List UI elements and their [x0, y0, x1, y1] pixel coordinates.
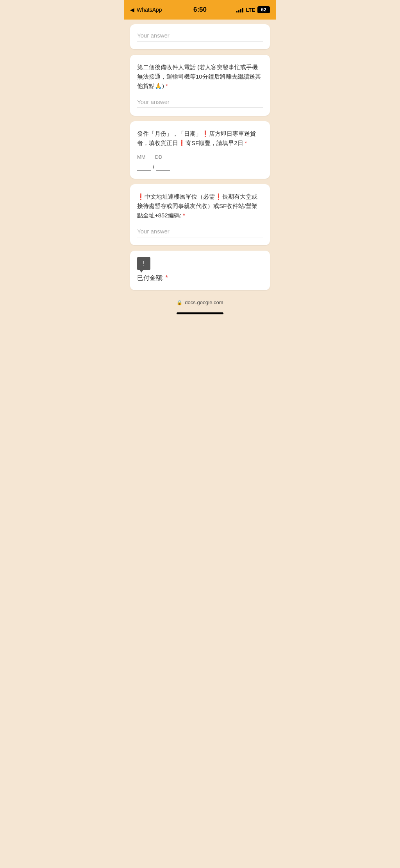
first-answer-input[interactable] [137, 30, 263, 41]
bottom-bar: 🔒 docs.google.com [124, 296, 276, 308]
date-question: 發件「月份」，「日期」❗店方即日專車送貨者，填收貨正日❗寄SF順豐，請填早2日* [137, 129, 263, 148]
status-bar-right: LTE 62 [236, 6, 270, 13]
required-star-date: * [245, 140, 247, 146]
status-bar-time: 6:50 [193, 6, 207, 14]
date-separator: / [153, 163, 154, 170]
required-star-amount: * [165, 274, 168, 281]
back-label[interactable]: WhatsApp [137, 7, 162, 13]
card-amount: ! 已付金額:* [130, 251, 270, 290]
battery-indicator: 62 [257, 6, 270, 13]
month-input[interactable] [137, 162, 151, 171]
date-input-row: / [137, 162, 263, 171]
main-content: 第二個後備收件人電話 (若人客突發事忙或手機無法接通，運輸司機等10分鐘后將離去… [124, 20, 276, 295]
card-backup-phone: 第二個後備收件人電話 (若人客突發事忙或手機無法接通，運輸司機等10分鐘后將離去… [130, 55, 270, 116]
required-star-address: * [183, 212, 185, 219]
signal-bars-icon [236, 7, 243, 13]
home-indicator [124, 308, 276, 317]
back-arrow-icon: ◀ [130, 7, 134, 13]
status-bar: ◀ WhatsApp 6:50 LTE 62 [124, 0, 276, 20]
home-bar [177, 312, 223, 314]
status-bar-left: ◀ WhatsApp [130, 7, 162, 13]
card-date: 發件「月份」，「日期」❗店方即日專車送貨者，填收貨正日❗寄SF順豐，請填早2日*… [130, 121, 270, 179]
backup-phone-input[interactable] [137, 97, 263, 108]
day-input[interactable] [156, 162, 170, 171]
required-star: * [166, 82, 168, 89]
url-text: docs.google.com [185, 299, 223, 305]
dd-label: DD [155, 154, 162, 160]
mm-label: MM [137, 154, 146, 160]
lock-icon: 🔒 [177, 300, 182, 305]
card-address: ❗中文地址連樓層單位（必需❗長期有大堂或接待處暫存或同事親友代收）或SF收件站/… [130, 184, 270, 245]
card-first-partial [130, 24, 270, 49]
amount-label-row: 已付金額:* [137, 274, 263, 282]
lte-label: LTE [246, 7, 255, 13]
address-input[interactable] [137, 226, 263, 237]
backup-phone-question: 第二個後備收件人電話 (若人客突發事忙或手機無法接通，運輸司機等10分鐘后將離去… [137, 63, 263, 91]
feedback-exclamation: ! [143, 260, 145, 267]
address-question: ❗中文地址連樓層單位（必需❗長期有大堂或接待處暫存或同事親友代收）或SF收件站/… [137, 192, 263, 220]
amount-label: 已付金額: [137, 274, 164, 281]
feedback-icon: ! [137, 257, 150, 270]
battery-level: 62 [261, 7, 266, 13]
date-label-row: MM DD [137, 154, 263, 160]
